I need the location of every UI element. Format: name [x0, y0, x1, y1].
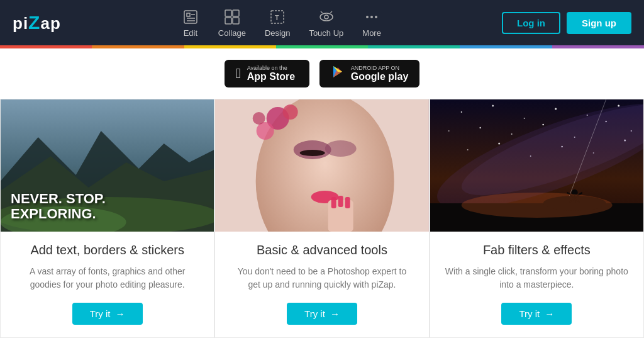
header: piZap Edit Collage — [0, 0, 644, 45]
card-2-desc: You don't need to be a Photoshop expert … — [230, 265, 413, 291]
nav-touchup[interactable]: Touch Up — [309, 8, 343, 38]
svg-point-56 — [498, 143, 500, 145]
svg-point-15 — [366, 16, 369, 18]
nav-touchup-label: Touch Up — [309, 28, 343, 38]
color-bar — [0, 45, 644, 48]
card-2-try-label: Try it — [304, 308, 325, 319]
svg-point-48 — [448, 130, 449, 132]
nav-collage[interactable]: Collage — [218, 8, 246, 38]
apple-icon:  — [236, 65, 241, 82]
svg-rect-1 — [187, 13, 190, 16]
card-3-body: Fab filters & effects With a single clic… — [430, 232, 643, 337]
card-2-body: Basic & advanced tools You don't need to… — [215, 232, 428, 337]
appstore-small: Available on the — [247, 65, 295, 71]
googleplay-badge[interactable]: ANDROID APP ON Google play — [319, 60, 420, 87]
svg-point-42 — [460, 111, 462, 113]
svg-point-50 — [511, 133, 512, 135]
svg-rect-39 — [338, 196, 343, 207]
svg-rect-8 — [233, 18, 239, 24]
svg-text:T: T — [275, 14, 279, 21]
svg-rect-38 — [331, 197, 336, 208]
signup-button[interactable]: Sign up — [567, 12, 631, 34]
nav-design-label: Design — [265, 28, 290, 38]
card-text-stickers: NEVER. STOP.EXPLORING. Add text, borders… — [0, 99, 214, 338]
touchup-icon — [318, 8, 335, 26]
card-1-title: Add text, borders & stickers — [30, 243, 184, 257]
nav-more-label: More — [362, 28, 381, 38]
svg-rect-0 — [184, 11, 197, 23]
main-nav: Edit Collage T Design — [182, 8, 381, 38]
card-2-image — [215, 99, 428, 232]
nav-collage-label: Collage — [218, 28, 246, 38]
card-2-arrow-icon: → — [330, 308, 340, 319]
more-icon — [363, 8, 380, 26]
collage-icon — [223, 8, 241, 26]
badge-row:  Available on the App Store ANDROID APP… — [0, 48, 644, 99]
svg-point-55 — [467, 149, 468, 150]
nav-more[interactable]: More — [362, 8, 381, 38]
svg-point-44 — [523, 118, 525, 119]
card-filters: Fab filters & effects With a single clic… — [430, 99, 644, 338]
card-3-arrow-icon: → — [545, 308, 554, 319]
svg-point-51 — [542, 124, 544, 126]
svg-rect-40 — [345, 197, 350, 208]
svg-point-49 — [479, 127, 480, 128]
design-icon: T — [269, 8, 286, 26]
svg-point-31 — [300, 150, 325, 156]
card-3-image — [430, 99, 643, 232]
svg-point-17 — [375, 16, 377, 18]
svg-line-13 — [321, 11, 323, 13]
card-2-try-button[interactable]: Try it → — [287, 303, 357, 325]
svg-point-35 — [253, 112, 265, 125]
card-3-try-label: Try it — [519, 308, 540, 319]
logo-ap: ap — [40, 14, 60, 33]
cards-row: NEVER. STOP.EXPLORING. Add text, borders… — [0, 99, 644, 338]
card-1-arrow-icon: → — [116, 308, 125, 319]
edit-icon — [182, 8, 199, 26]
svg-point-12 — [325, 15, 328, 19]
logo-pi: pi — [13, 14, 28, 33]
appstore-large: App Store — [247, 71, 295, 82]
card-3-desc: With a single click, transform your bori… — [445, 265, 628, 291]
header-buttons: Log in Sign up — [502, 12, 631, 34]
svg-point-33 — [257, 122, 274, 140]
svg-point-30 — [325, 140, 357, 157]
logo-z: Z — [28, 12, 40, 33]
svg-point-45 — [555, 108, 557, 110]
card-3-try-button[interactable]: Try it → — [501, 303, 572, 325]
svg-rect-5 — [225, 10, 231, 16]
play-icon — [331, 65, 345, 82]
appstore-badge[interactable]:  Available on the App Store — [225, 60, 309, 87]
nav-edit[interactable]: Edit — [182, 8, 199, 38]
login-button[interactable]: Log in — [502, 12, 560, 34]
nav-design[interactable]: T Design — [265, 8, 290, 38]
card-1-overlay: NEVER. STOP.EXPLORING. — [11, 191, 106, 222]
svg-point-34 — [283, 104, 298, 120]
googleplay-small: ANDROID APP ON — [351, 65, 409, 71]
card-2-title: Basic & advanced tools — [257, 243, 387, 257]
svg-point-43 — [492, 105, 494, 107]
googleplay-large: Google play — [351, 71, 409, 82]
svg-rect-7 — [225, 18, 231, 24]
svg-point-72 — [461, 193, 612, 218]
card-basic-tools: Basic & advanced tools You don't need to… — [214, 99, 429, 338]
card-1-try-button[interactable]: Try it → — [72, 303, 143, 325]
logo: piZap — [13, 12, 61, 33]
svg-line-14 — [330, 11, 332, 13]
card-1-image: NEVER. STOP.EXPLORING. — [1, 99, 214, 232]
card-1-body: Add text, borders & stickers A vast arra… — [1, 232, 214, 337]
svg-point-11 — [320, 13, 333, 21]
card-3-title: Fab filters & effects — [483, 243, 591, 257]
nav-edit-label: Edit — [184, 28, 197, 38]
card-1-try-label: Try it — [90, 308, 111, 319]
svg-rect-6 — [233, 10, 239, 16]
card-1-desc: A vast array of fonts, graphics and othe… — [16, 265, 199, 291]
svg-point-16 — [370, 16, 373, 18]
